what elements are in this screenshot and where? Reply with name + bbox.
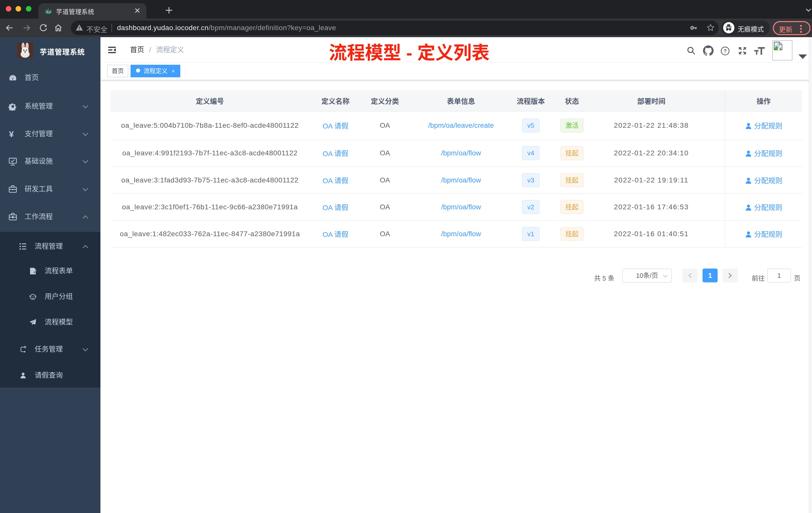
svg-text:?: ? <box>724 48 727 54</box>
